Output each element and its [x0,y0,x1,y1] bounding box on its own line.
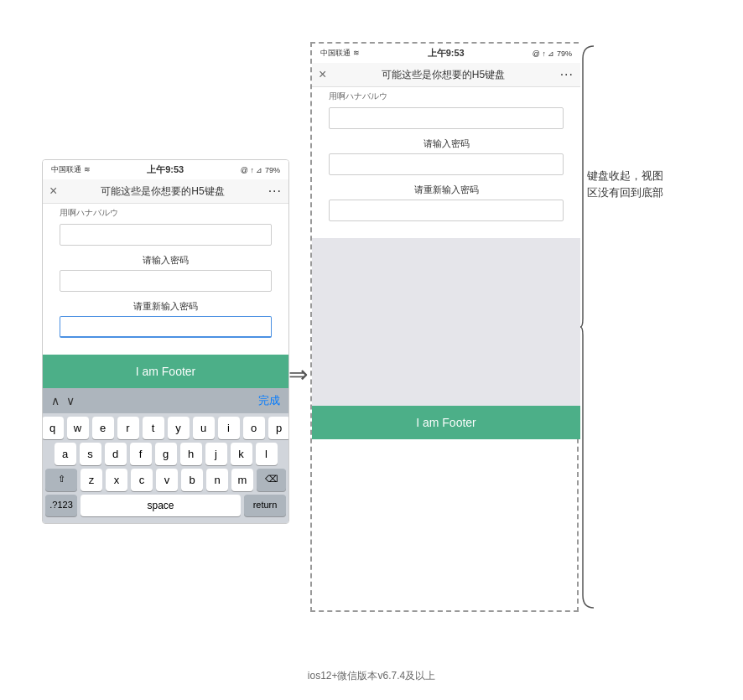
bottom-label: ios12+微信版本v6.7.4及以上 [0,669,743,683]
left-page-content: 用啊ハナバルウ 请输入密码 请重新输入密码 [43,204,288,355]
key-b[interactable]: b [181,469,203,491]
right-form-group-3 [329,200,564,221]
left-icons: @ ↑ ⊿ 79% [241,166,280,174]
key-v[interactable]: v [156,469,178,491]
keyboard-toolbar: ∧ ∨ 完成 [43,388,288,413]
key-e[interactable]: e [92,417,114,439]
key-c[interactable]: c [131,469,153,491]
right-more-btn[interactable]: ··· [560,67,574,82]
annotation-text: 键盘收起，视图区没有回到底部 [587,168,671,200]
key-row-1: q w e r t y u i o p [45,417,286,439]
right-icons: @ ↑ ⊿ 79% [533,49,572,58]
key-row-4: .?123 space return [45,495,286,516]
key-t[interactable]: t [143,417,164,439]
right-input-3[interactable] [329,200,564,221]
right-page-top-label: 用啊ハナバルウ [329,91,564,102]
key-return[interactable]: return [244,495,286,516]
arrow-down-icon[interactable]: ∨ [66,394,75,407]
left-browser-title: 可能这些是你想要的H5键盘 [62,184,262,199]
left-form-label-2: 请重新输入密码 [60,300,272,313]
left-input-3[interactable] [60,316,272,338]
key-k[interactable]: k [231,443,252,465]
left-form-label-1: 请输入密码 [60,254,272,267]
right-time: 上午9:53 [428,47,465,60]
key-w[interactable]: w [67,417,89,439]
key-123[interactable]: .?123 [45,495,77,516]
key-q[interactable]: q [42,417,64,439]
key-g[interactable]: g [155,443,177,465]
key-row-3: ⇧ z x c v b n m ⌫ [45,469,286,491]
left-time: 上午9:53 [147,163,184,176]
annotation-brace [579,42,595,612]
key-o[interactable]: o [243,417,265,439]
keyboard-arrows[interactable]: ∧ ∨ [51,394,75,407]
right-form-group-2 [329,153,564,175]
right-page-content: 用啊ハナバルウ 请输入密码 请重新输入密码 [312,87,580,238]
right-form-label-2: 请重新输入密码 [329,184,564,196]
key-row-2: a s d f g h j k l [45,443,286,465]
right-input-1[interactable] [329,107,564,129]
right-close-btn[interactable]: × [319,67,326,82]
key-a[interactable]: a [55,443,76,465]
left-form-group-3 [60,316,272,338]
key-m[interactable]: m [231,469,253,491]
key-y[interactable]: y [168,417,190,439]
right-form-group-1 [329,107,564,129]
key-j[interactable]: j [205,443,227,465]
left-signal: 中国联通 ≋ [51,164,91,175]
right-browser-title: 可能这些是你想要的H5键盘 [331,68,554,82]
key-shift[interactable]: ⇧ [45,469,77,491]
right-input-2[interactable] [329,153,564,175]
key-f[interactable]: f [130,443,152,465]
right-status-bar: 中国联通 ≋ 上午9:53 @ ↑ ⊿ 79% [312,44,580,63]
right-signal: 中国联通 ≋ [320,48,360,59]
right-phone-wrapper: 中国联通 ≋ 上午9:53 @ ↑ ⊿ 79% × 可能这些是你想要的H5键盘 … [310,42,579,612]
key-space[interactable]: space [81,495,241,516]
left-more-btn[interactable]: ··· [268,184,282,199]
left-status-bar: 中国联通 ≋ 上午9:53 @ ↑ ⊿ 79% [43,160,288,179]
right-gray-area [312,238,580,406]
left-input-1[interactable] [60,224,272,246]
left-browser-bar: × 可能这些是你想要的H5键盘 ··· [43,179,288,204]
key-delete[interactable]: ⌫ [257,469,286,491]
keyboard-rows: q w e r t y u i o p a s d f g h j k [43,413,288,523]
left-close-btn[interactable]: × [49,184,57,199]
key-i[interactable]: i [218,417,240,439]
arrow-indicator: ⇒ [288,360,308,388]
key-x[interactable]: x [106,469,127,491]
left-input-2[interactable] [60,270,272,292]
left-keyboard[interactable]: ∧ ∨ 完成 q w e r t y u i o p a s [43,388,288,523]
left-page-top-label: 用啊ハナバルウ [60,207,272,219]
key-u[interactable]: u [193,417,215,439]
left-phone: 中国联通 ≋ 上午9:53 @ ↑ ⊿ 79% × 可能这些是你想要的H5键盘 … [42,159,289,524]
left-form-group-1 [60,224,272,246]
right-phone: 中国联通 ≋ 上午9:53 @ ↑ ⊿ 79% × 可能这些是你想要的H5键盘 … [312,44,580,439]
key-n[interactable]: n [206,469,228,491]
key-r[interactable]: r [117,417,139,439]
arrow-up-icon[interactable]: ∧ [51,394,60,407]
key-h[interactable]: h [180,443,202,465]
key-l[interactable]: l [256,443,278,465]
key-p[interactable]: p [268,417,290,439]
key-s[interactable]: s [80,443,101,465]
key-d[interactable]: d [105,443,127,465]
right-form-label-1: 请输入密码 [329,137,564,150]
left-form-group-2 [60,270,272,292]
keyboard-done-btn[interactable]: 完成 [258,393,280,408]
left-footer-bar: I am Footer [43,355,288,388]
right-footer-bar: I am Footer [312,406,580,439]
right-browser-bar: × 可能这些是你想要的H5键盘 ··· [312,63,580,87]
key-z[interactable]: z [81,469,102,491]
